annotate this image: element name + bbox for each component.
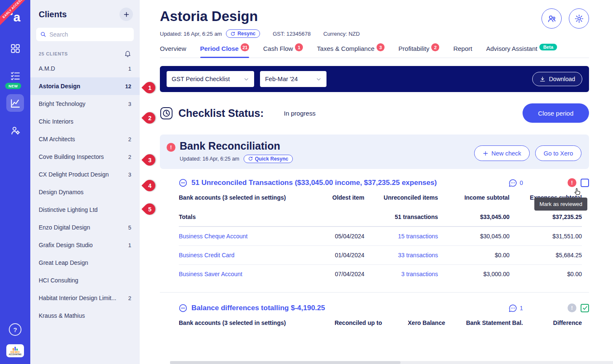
tab-badge: 21 <box>241 43 249 51</box>
rail-item-dashboard[interactable] <box>6 40 24 57</box>
settings-button[interactable] <box>569 8 589 29</box>
column-header: Xero Balance <box>382 319 445 326</box>
go-to-xero-label: Go to Xero <box>544 150 573 157</box>
checklist-select-value: GST Period Checklist <box>172 76 230 82</box>
rail-item-clients[interactable] <box>6 121 24 139</box>
transactions-link[interactable]: 33 transactions <box>364 252 438 258</box>
search-input[interactable] <box>49 31 130 38</box>
tab[interactable]: Profitability 2 <box>398 45 439 58</box>
search-icon <box>40 32 46 37</box>
alert-icon <box>568 178 576 187</box>
client-list-item[interactable]: HCI Consulting <box>30 272 140 289</box>
checklist-select[interactable]: GST Period Checklist <box>167 71 254 87</box>
account-link[interactable]: Business Cheque Account <box>179 233 301 240</box>
section-divider <box>160 292 589 293</box>
totals-income: $33,045.00 <box>438 214 510 220</box>
client-list-item[interactable]: Grafix Design Studio 1 <box>30 236 140 254</box>
download-icon <box>539 76 546 82</box>
tab[interactable]: Report <box>453 45 472 58</box>
checklist-status-label: Checklist Status: <box>178 107 264 119</box>
add-client-button[interactable] <box>119 8 133 21</box>
table-row: Business Cheque Account 05/04/2024 15 tr… <box>179 227 582 245</box>
tab[interactable]: Period Close 21 <box>200 45 249 58</box>
new-check-button[interactable]: New check <box>474 145 530 161</box>
comment-icon[interactable] <box>508 303 517 313</box>
tab-label: Taxes & Compliance <box>317 45 374 52</box>
expenses-subtotal: $0.00 <box>510 271 582 277</box>
rail-item-insights[interactable] <box>6 94 24 112</box>
period-toolbar: GST Period Checklist Feb-Mar '24 Downloa… <box>160 66 589 92</box>
client-name: Distinctive Lighting Ltd <box>39 206 98 213</box>
period-select[interactable]: Feb-Mar '24 <box>260 71 326 87</box>
rail-bottom: DEMO ACCOUNTING <box>6 323 24 357</box>
account-link[interactable]: Business Credit Card <box>179 252 301 258</box>
transactions-link[interactable]: 15 transactions <box>364 233 438 240</box>
checklist-icon <box>10 71 21 81</box>
client-name: Design Dynamos <box>39 189 84 195</box>
tab[interactable]: Overview <box>160 45 186 58</box>
client-count: 2 <box>128 136 131 142</box>
tab-badge: 2 <box>431 43 439 51</box>
tab[interactable]: Cash Flow 1 <box>263 45 303 58</box>
totals-label: Totals <box>179 214 301 220</box>
client-list-item[interactable]: Astoria Design 12 <box>30 77 140 95</box>
demo-badge-subtext: ACCOUNTING <box>9 354 22 356</box>
bankrec-updated-text: Updated: 16 Apr, 6:25 am <box>180 156 239 162</box>
table-row: Business Credit Card 01/04/2024 33 trans… <box>179 245 582 264</box>
client-name: Bright Technology <box>39 100 85 107</box>
client-list-item[interactable]: Habitat Interior Design Limit... 2 <box>30 289 140 307</box>
client-list-item[interactable]: CM Architects 2 <box>30 130 140 148</box>
gst-number: GST: 12345678 <box>273 31 310 37</box>
rail-item-checklists[interactable]: NEW <box>6 67 24 84</box>
grid-icon <box>10 43 21 54</box>
oldest-item: 05/04/2024 <box>301 233 364 240</box>
members-button[interactable] <box>541 8 562 29</box>
resync-button[interactable]: Resync <box>226 29 260 38</box>
comment-icon[interactable] <box>508 178 517 187</box>
client-list-item[interactable]: Great Leap Design <box>30 254 140 272</box>
tab-badge: 3 <box>377 43 385 51</box>
totals-row: Totals 51 transactions $33,045.00 $37,23… <box>179 208 582 227</box>
mark-reviewed-tooltip: Mark as reviewed <box>534 198 587 211</box>
bell-icon[interactable] <box>124 50 131 57</box>
client-list-item[interactable]: Design Dynamos <box>30 183 140 201</box>
go-to-xero-button[interactable]: Go to Xero <box>535 145 581 161</box>
totals-transactions: 51 transactions <box>364 214 438 220</box>
client-list-item[interactable]: A.M.D 1 <box>30 60 140 77</box>
client-list-item[interactable]: Cove Building Inspectors 2 <box>30 148 140 166</box>
resync-icon <box>231 32 235 36</box>
income-subtotal: $30,045.00 <box>438 233 510 240</box>
client-list-item[interactable]: Distinctive Lighting Ltd <box>30 201 140 219</box>
download-button[interactable]: Download <box>532 72 582 86</box>
minus-circle-icon[interactable] <box>179 179 187 187</box>
demo-accounting-badge: DEMO ACCOUNTING <box>6 344 24 357</box>
reviewed-checkbox-checked[interactable] <box>581 304 589 312</box>
account-link[interactable]: Business Saver Account <box>179 271 301 277</box>
client-name: HCI Consulting <box>39 277 78 284</box>
expenses-subtotal: $31,551.00 <box>510 233 582 240</box>
client-search <box>36 28 134 41</box>
horizontal-scrollbar[interactable] <box>170 361 613 364</box>
balance-differences-title[interactable]: Balance differences totalling $-4,190.25 <box>191 304 325 312</box>
unreconciled-title[interactable]: 51 Unreconciled Transactions ($33,045.00… <box>191 179 437 187</box>
tab[interactable]: Taxes & Compliance 3 <box>317 45 385 58</box>
scrollbar-thumb[interactable] <box>170 361 401 364</box>
transactions-link[interactable]: 3 transactions <box>364 271 438 277</box>
client-list-item[interactable]: Bright Technology 3 <box>30 95 140 113</box>
tab[interactable]: Advisory Assistant Beta <box>486 45 557 58</box>
alert-icon <box>167 143 175 152</box>
client-list-item[interactable]: CX Delight Product Design 3 <box>30 166 140 183</box>
comment-count: 1 <box>520 305 523 311</box>
client-name: CX Delight Product Design <box>39 171 109 178</box>
balance-header-row: Bank accounts (3 selected in settings) R… <box>179 313 582 333</box>
client-list-item[interactable]: Chic Interiors <box>30 113 140 130</box>
help-icon[interactable] <box>9 323 21 336</box>
client-list-item[interactable]: Krauss & Mathius <box>30 307 140 324</box>
minus-circle-icon[interactable] <box>179 304 187 312</box>
mark-reviewed-checkbox[interactable] <box>581 179 589 187</box>
column-header: Income subtotal <box>438 194 510 201</box>
client-list-item[interactable]: Enzo Digital Design 5 <box>30 219 140 236</box>
check-icon <box>582 305 588 311</box>
close-period-button[interactable]: Close period <box>523 103 589 123</box>
quick-resync-button[interactable]: Quick Resync <box>244 155 293 163</box>
